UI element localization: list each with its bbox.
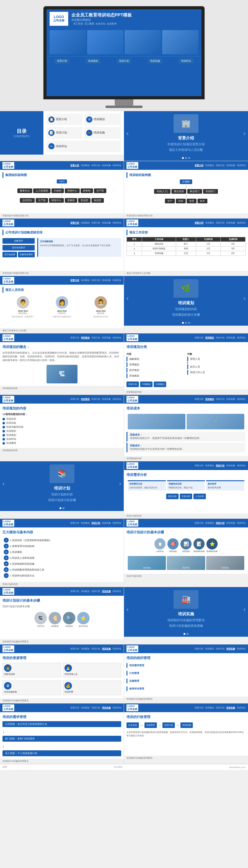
person-role-2: 项目支持 [82, 312, 119, 315]
list-item-0: 培训目的 [2, 417, 121, 421]
bg-intro-title: 背景介绍 [134, 135, 238, 141]
training-arrange-container: LOGO 公司名称 背景介绍 培训规划 培训计划 培训实施 培训评估 公司培训计… [0, 219, 124, 276]
training-resource-footnote: 培训组织与实施的管理委员 [0, 698, 124, 703]
training-plan-item-0: 培训计划的内容 [10, 492, 114, 497]
org-sub-3: 质量部 [65, 198, 77, 203]
project-arrange-title: 项目工作安排 [127, 230, 246, 235]
admin-flow-inner: 企业总体 → 培训需求 → 培训计划 → 培训实施 [127, 722, 193, 728]
step-circle-2: 📊 情景技能 [180, 538, 191, 553]
time-label-2: 长期规划 [154, 381, 166, 387]
resource-label-1: 培训管理人员 [65, 673, 120, 676]
table-row-0: 1 项目启动 张三 1月 2月 [127, 242, 246, 247]
header-logo-10: LOGO 公司名称 [127, 462, 138, 469]
class-body: 内容 战略规划 管理规划 技术规划 其他规划 对象 管理人员 技术人员 培训工作… [127, 351, 246, 380]
people-row: 👨 John Doe 项目负责人 项目全面负责，协调各部门 👩 Jane Doe… [2, 294, 121, 320]
header-nav-4: 背景介绍 培训规划 培训计划 培训实施 培训评估 [195, 221, 246, 224]
header-logo-16: LOGO 公司名称 [2, 704, 14, 711]
step-circle-3: 📝 销售辅助技能 [193, 538, 205, 553]
toc-icon-3: 🎮 [86, 130, 93, 136]
list-text-1: 培训目标 [6, 421, 16, 425]
next-arrow-4[interactable]: › [241, 606, 248, 613]
watermark-site: 图网 [2, 766, 7, 769]
header-nav-17: 背景介绍 培训规划 培训计划 培训实施 培训评估 [195, 706, 246, 709]
policy-subtitle: 培训计划设计的基本步骤 [2, 605, 121, 608]
target-item-1 [187, 362, 246, 364]
direct-cost-text: 培训组织流程之中，直接用于培训者及受训者的一切费用的总和。 [130, 436, 243, 440]
training-planning-blue: ‹ 🌿 培训规划 培训规划的内容 培训规划的设计步骤 › [124, 276, 248, 326]
org2-dept-2: 事业部门 [187, 189, 202, 194]
table-row-2: 3 培训实施 王五 3月 6月 [127, 251, 246, 256]
step-icon-1: 🎯 [167, 538, 179, 550]
org2-top: 才储部 [180, 180, 192, 184]
org-chart-2-header: LOGO 公司名称 背景介绍 培训规划 培训计划 培训实施 培训评估 [124, 161, 248, 170]
slide-dots-4 [124, 631, 248, 637]
toc-item-3[interactable]: 🎮 培训实施 [84, 127, 120, 138]
module-num-2: 3 [4, 550, 9, 554]
module-text-2: 3.培训课程 [10, 550, 22, 554]
bg-intro-item-1: 项目工作安排与人员分配 [134, 148, 238, 152]
org-chart-2-chart: 才储部 培训(人力) 整合资源 事业部门 其他部门 生产 培训 管理 [127, 180, 246, 203]
prev-arrow-2[interactable]: ‹ [124, 294, 131, 302]
header-logo-17: LOGO 公司名称 [127, 704, 138, 711]
callout-text-1: 明确培训目标，制定计划 [169, 486, 204, 489]
table-row-1: 2 培训计划制定 李四 2月 3月 [127, 247, 246, 251]
toc-item-2[interactable]: 📝 培训计划 [46, 127, 83, 138]
dot3-1 [63, 507, 65, 509]
direct-cost-box: 直接成本： 培训组织流程之中，直接用于培训者及受训者的一切费用的总和。 [127, 432, 246, 441]
toc-item-1[interactable]: ⚙ 培训规划 [84, 114, 120, 125]
slide-dots-2 [124, 320, 248, 326]
org-row-1: 董事长办 人力资源部 行政部 营销中心 财务部 生产部 [17, 188, 106, 193]
training-policy-footnote: 培训组织与实施的管理委员 [0, 639, 124, 644]
resource-icon-3: 💰 [65, 682, 72, 689]
toc-item-4[interactable]: ✏ 培训评估 [46, 141, 120, 152]
step-label-4: 情感激励技能 [207, 550, 218, 553]
analysis-sub-1: 任务分析 [180, 494, 192, 499]
header-nav-10: 背景介绍 培训规划 培训计划 培训实施 培训评估 [195, 464, 246, 467]
next-arrow-2[interactable]: › [241, 294, 248, 302]
demand-item-1: 部门层面：各部门培训需求 [2, 736, 121, 742]
flow-box-0: 战略需求 [2, 238, 35, 244]
next-arrow[interactable]: › [241, 130, 248, 137]
bullet-3 [2, 430, 5, 432]
dot-2 [188, 157, 190, 159]
header-nav-9: 背景介绍 培训规划 培训计划 培训实施 培训评估 [195, 398, 246, 401]
nav-item-2: 培训计划 [116, 58, 132, 64]
training-planning-item-0: 培训规划的内容 [134, 307, 238, 311]
time-label-1: 中期规划 [140, 381, 152, 387]
next-arrow-3[interactable]: › [116, 480, 124, 487]
training-cost-header: LOGO 公司名称 背景介绍 培训规划 培训计划 培训实施 培训评估 [124, 395, 248, 404]
training-arrange-content: 公司培训计划战略层级安排 战略需求 组织培训要求 员工机发展 职能培训需求 五年… [0, 227, 124, 271]
training-concept-header: LOGO 公司名称 背景介绍 培训规划 培训计划 培训实施 培训评估 [0, 333, 124, 342]
prev-arrow-4[interactable]: ‹ [124, 606, 131, 613]
time-labels: 培训计划 中期规划 长期规划 [127, 381, 246, 387]
org-chart-2-container: LOGO 公司名称 背景介绍 培训规划 培训计划 培训实施 培训评估 培训组织架… [124, 161, 248, 218]
org-sub-0: 总经理办 [20, 198, 35, 203]
prev-arrow-3[interactable]: ‹ [0, 480, 7, 487]
org2-sub-3: 技术 [198, 199, 207, 203]
analysis-sub-0: 组织分析 [166, 494, 179, 499]
demand-item-0: 公司层面：全公司员工的培训需求汇总 [2, 721, 121, 727]
training-org-mgmt-slide: LOGO 公司名称 背景介绍 培训规划 培训计划 培训实施 培训评估 培训的组织… [124, 645, 248, 702]
org-sub-2: 研发中心 [49, 198, 64, 203]
toc-item-0[interactable]: 📋 背景介绍 [46, 114, 83, 125]
person-arrange-container: LOGO 公司名称 背景介绍 培训规划 培训计划 培训实施 培训评估 项目人员安… [0, 276, 124, 333]
prev-arrow[interactable]: ‹ [124, 130, 131, 137]
screen-logo: LOGO 公司名称 [49, 12, 68, 26]
direct-cost-label: 直接成本： [130, 433, 243, 436]
training-concept-slide: LOGO 公司名称 背景介绍 培训规划 培训计划 培训实施 培训评估 培训规划的… [0, 333, 124, 391]
class-left: 内容 战略规划 管理规划 技术规划 其他规划 [127, 352, 185, 379]
header-nav-14: 背景介绍 培训规划 培训计划 培训实施 培训评估 [70, 647, 121, 650]
avatar-0: 👨 [17, 296, 29, 309]
module-num-0: 1 [4, 538, 9, 542]
demand-arrow-0: ↓ [2, 729, 121, 734]
training-cost-slide: LOGO 公司名称 背景介绍 培训规划 培训计划 培训实施 培训评估 培训成本 … [124, 395, 248, 461]
demand-list: 公司层面：全公司员工的培训需求汇总 ↓ 部门层面：各部门培训需求 ↓ 员工层面：… [2, 721, 121, 756]
org-chart-1-content: 集团组织架构图 CEO 董事长办 人力资源部 行政部 营销中心 财务部 生产部 [0, 170, 124, 213]
project-arrange-slide: LOGO 公司名称 背景介绍 培训规划 培训计划 培训实施 培训评估 项目工作安… [124, 219, 248, 276]
training-plan-item-1: 培训计划设计的步骤 [10, 498, 114, 502]
toc-icon-1: ⚙ [86, 116, 93, 123]
monitor-section: LOGO 公司名称 企业员工教育培训动态PPT模板 高高圈文图股站 员工培训 员… [0, 0, 248, 111]
table-header-row: 序号 工作内容 负责人 计划时间 完成时间 [127, 237, 246, 242]
training-impl-title: 培训实施 [134, 611, 238, 617]
training-analysis-title: 培训需求分析 [127, 472, 246, 477]
